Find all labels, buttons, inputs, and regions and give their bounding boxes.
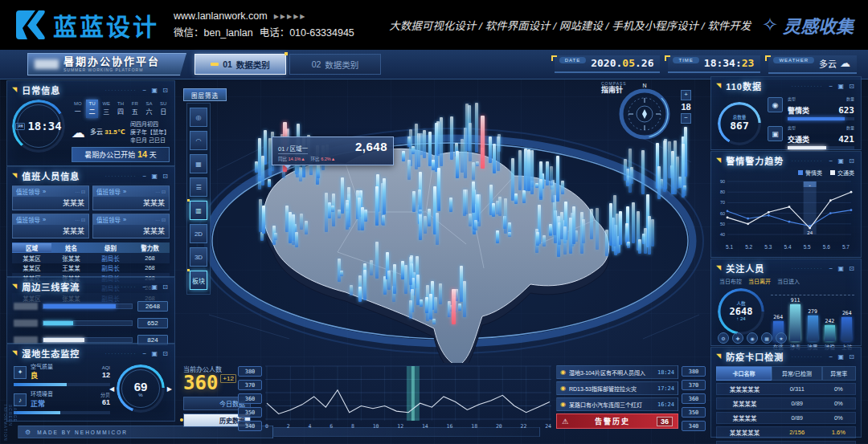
layer-button-8[interactable]: 板块 xyxy=(190,271,207,290)
website-url[interactable]: www.lanlanwork.com xyxy=(174,10,268,22)
weekday-en: SU xyxy=(160,101,166,106)
metric-labels: 空气质量良 xyxy=(31,364,53,381)
checkpoint-row[interactable]: 某某某某0/890% xyxy=(716,412,856,424)
alert-row[interactable]: ◉某路口有小汽车连闯三个红灯16:24 xyxy=(556,397,678,411)
map-data-bar xyxy=(625,223,628,242)
map-alert-bar[interactable] xyxy=(452,289,456,324)
map-data-bar xyxy=(556,156,559,202)
duty-card[interactable]: 值班领导»··· ⊡某某某 xyxy=(92,214,170,238)
map-data-bar xyxy=(361,207,364,231)
focus-tab[interactable]: 当日离开 xyxy=(748,277,771,285)
focus-tab[interactable]: 当日进入 xyxy=(777,277,800,285)
checkpoint-row[interactable]: 某某某某某2/1561.6% xyxy=(716,426,856,438)
alert-type-icon: ◉ xyxy=(560,385,566,392)
trend-legend: 警情类交通类 xyxy=(711,169,861,177)
weekday-sa[interactable]: SA六 xyxy=(143,100,156,118)
compass-dial[interactable]: N xyxy=(619,88,670,140)
tab-data-category-02[interactable]: 02数据类别 xyxy=(289,54,381,75)
map-data-bar xyxy=(530,150,534,194)
metric-num: 12 xyxy=(102,371,110,379)
duty-name: 某某某 xyxy=(13,225,88,238)
map-alert-bar[interactable] xyxy=(481,116,485,169)
map-data-bar xyxy=(463,281,466,317)
focus-tool-icon-3[interactable]: ◉ xyxy=(747,332,758,344)
map-data-bar xyxy=(514,193,518,204)
weather-value: 多云 xyxy=(819,57,837,70)
table-row[interactable]: 某某区张某某副局长268 xyxy=(12,253,170,263)
map-data-bar xyxy=(492,203,495,217)
focus-tool-icon-5[interactable]: ★ xyxy=(776,332,787,344)
type-block: 类型交通类 xyxy=(788,126,809,145)
y-tick-right: 340 xyxy=(682,421,706,431)
layer-button-7[interactable]: 3D xyxy=(190,247,207,267)
checkpoint-column-header[interactable]: 卡口名称 xyxy=(716,366,772,381)
window-control-icons[interactable]: − ▣ ⊡ xyxy=(143,87,170,94)
window-control-icons[interactable]: − ▣ ⊡ xyxy=(829,83,856,90)
duty-card[interactable]: 值班领导»··· ⊡某某某 xyxy=(92,185,170,210)
header-info: DATE 2020.05.26 TIME 18:34:23 WEATHER 多云… xyxy=(555,55,868,74)
map-data-bar xyxy=(262,206,265,234)
weekday-th[interactable]: TH四 xyxy=(114,100,127,118)
focus-tab[interactable]: 当日布控 xyxy=(719,277,742,285)
layer-button-1[interactable]: ◎ xyxy=(190,108,207,127)
checkpoint-row[interactable]: 某某某某0/890% xyxy=(716,397,856,409)
window-control-icons[interactable]: − ▣ ⊡ xyxy=(143,350,170,357)
notice-days: 14 xyxy=(137,149,147,159)
window-control-icons[interactable]: − ▣ ⊡ xyxy=(829,265,856,272)
layer-button-2[interactable]: ◠ xyxy=(190,131,207,150)
flow-bar-fill xyxy=(43,304,116,308)
inspiration-collect: ✧ 灵感收集 xyxy=(762,12,854,38)
layer-button-3[interactable]: ▦ xyxy=(190,154,207,173)
window-control-icons[interactable]: − ▣ ⊡ xyxy=(143,173,170,180)
zoom-out-button[interactable]: − xyxy=(681,113,691,124)
chart-x-axis: 024681012141618202224 xyxy=(265,423,551,430)
focus-tool-icon-1[interactable]: ⚙ xyxy=(718,332,729,344)
focus-tool-icon-4[interactable]: ▦ xyxy=(761,332,772,344)
zoom-in-button[interactable]: + xyxy=(681,90,691,100)
duty-card[interactable]: 值班领导»··· ⊡某某某 xyxy=(12,214,89,238)
arrow-icon: » xyxy=(43,216,46,223)
x-tick: 14 xyxy=(422,423,428,430)
duty-card[interactable]: 值班领导»··· ⊡某某某 xyxy=(12,185,89,210)
left-arrow-icon[interactable]: ◀ xyxy=(109,385,114,393)
map-data-bar xyxy=(432,319,436,325)
data110-row: ▣类型交通类数量421 xyxy=(768,126,854,149)
layer-button-5[interactable]: ▥ xyxy=(190,201,207,220)
alert-row[interactable]: ◉湿地3-104片区有不明人员闯入18:24 xyxy=(556,365,678,379)
metric-number: 分贝61 xyxy=(100,393,110,407)
alert-row[interactable]: ◉RD13-53指挥部管控拉火灾17:24 xyxy=(556,381,678,395)
mom-value: 6.2% xyxy=(321,157,331,161)
window-control-icons[interactable]: − ▣ ⊡ xyxy=(829,353,856,360)
contact-block: www.lanlanwork.com ▶▶▶▶▶ 微信：ben_lanlan 电… xyxy=(174,10,354,39)
weekday-su[interactable]: SU日 xyxy=(157,100,170,118)
weekday-mo[interactable]: MO一 xyxy=(72,100,84,118)
weekday-we[interactable]: WE三 xyxy=(100,100,113,118)
dashboard: 暑期办公协作平台 SUMMER WORKING PLATFORM 01数据类别0… xyxy=(0,50,868,444)
focus-tool-icon-2[interactable]: ✚ xyxy=(732,332,743,344)
metric-bar-fill xyxy=(14,383,67,386)
checkpoint-row[interactable]: 某某某某某0/3110% xyxy=(716,383,856,395)
layer-button-4[interactable]: ☰ xyxy=(190,177,207,197)
promo-banner: 蓝蓝设计 www.lanlanwork.com ▶▶▶▶▶ 微信：ben_lan… xyxy=(0,0,868,50)
alert-history-banner[interactable]: ⚠告警历史36 xyxy=(556,413,678,429)
weather-line: 多云 31.5℃ xyxy=(90,128,125,136)
checkpoint-row[interactable]: 某某某某某2/2681.6% xyxy=(716,441,856,444)
tab-data-category-01[interactable]: 01数据类别 xyxy=(194,54,286,75)
right-arrow-icon[interactable]: ▶ xyxy=(167,385,172,393)
panel-header: ◥关注人员··········− ▣ ⊡ xyxy=(711,259,861,276)
window-control-icons[interactable]: − ▣ ⊡ xyxy=(829,157,856,165)
window-control-icons[interactable]: − ▣ ⊡ xyxy=(143,283,170,291)
weekday-cn: 三 xyxy=(100,108,113,117)
map-data-bar xyxy=(305,221,308,234)
weekday-fr[interactable]: FR五 xyxy=(129,100,141,118)
layer-button-6[interactable]: 2D xyxy=(190,224,207,243)
weather-row: ☁多云 31.5℃闰四月初四庚子年【鼠年】辛巳月 己巳日 xyxy=(72,120,170,145)
weekday-en: WE xyxy=(102,101,110,106)
map-data-bar xyxy=(404,265,407,294)
table-row[interactable]: 某某区王某某副局长268 xyxy=(12,263,170,274)
map-data-bar xyxy=(382,215,385,226)
weekday-tu[interactable]: TU二 xyxy=(86,100,99,118)
panel-header: ◥日常信息··········− ▣ ⊡ xyxy=(7,81,174,98)
panel-header: ◥110数据··········− ▣ ⊡ xyxy=(711,77,861,94)
alert-text: 湿地3-104片区有不明人员闯入 xyxy=(569,369,654,377)
